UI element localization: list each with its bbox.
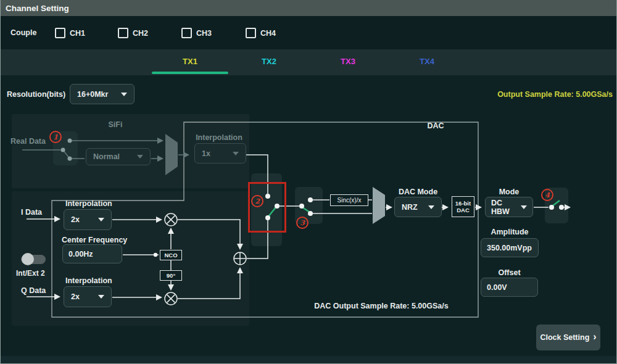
annotation-1-badge: 1 bbox=[49, 131, 62, 143]
sifi-mode-dropdown[interactable]: Normal bbox=[86, 148, 151, 165]
offset-field[interactable]: 0.00V bbox=[481, 278, 538, 297]
sinc-box: Sinc(x)/x bbox=[330, 194, 368, 206]
amplitude-value: 350.00mVpp bbox=[487, 244, 532, 252]
phase-90-box: 90° bbox=[160, 270, 182, 281]
chevron-down-icon bbox=[98, 218, 104, 221]
dac-mode-dropdown[interactable]: NRZ bbox=[394, 197, 442, 217]
q-interp-value: 2x bbox=[71, 292, 80, 301]
clock-setting-button[interactable]: Clock Setting › bbox=[536, 325, 600, 350]
chevron-down-icon bbox=[98, 295, 104, 299]
chevron-down-icon bbox=[428, 205, 434, 209]
center-frequency-value: 0.00Hz bbox=[68, 250, 93, 259]
annotation-2-badge: 2 bbox=[251, 195, 263, 207]
signal-path-diagram bbox=[1, 0, 617, 364]
sifi-mode-value: Normal bbox=[93, 152, 120, 161]
q-interp-dropdown[interactable]: 2x bbox=[64, 286, 112, 307]
switch3[interactable] bbox=[299, 197, 313, 216]
chevron-down-icon bbox=[121, 93, 127, 96]
chevron-down-icon bbox=[233, 152, 239, 155]
nco-junction-dot bbox=[154, 253, 157, 257]
sifi-switch-dots[interactable] bbox=[61, 139, 72, 161]
i-interp-dropdown[interactable]: 2x bbox=[64, 209, 112, 230]
interp-top-value: 1x bbox=[202, 149, 210, 158]
resolution-value: 16+0Mkr bbox=[77, 90, 108, 99]
center-frequency-field[interactable]: 0.00Hz bbox=[62, 244, 122, 263]
i-interp-value: 2x bbox=[71, 215, 80, 224]
output-mode-dropdown[interactable]: DC HBW bbox=[485, 197, 533, 217]
chevron-right-icon: › bbox=[593, 332, 596, 342]
switch4[interactable] bbox=[549, 201, 564, 210]
int-ext-toggle-knob[interactable] bbox=[22, 253, 34, 265]
annotation-4-badge: 4 bbox=[541, 189, 553, 201]
amplitude-field[interactable]: 350.00mVpp bbox=[481, 238, 539, 257]
dac-16bit-line1: 16-bit bbox=[455, 200, 471, 207]
dac-mode-value: NRZ bbox=[402, 203, 418, 212]
interp-top-dropdown[interactable]: 1x bbox=[194, 143, 246, 163]
switch2[interactable] bbox=[265, 194, 280, 220]
chevron-down-icon bbox=[137, 155, 143, 159]
dac-16bit-box: 16-bit DAC bbox=[452, 196, 474, 217]
offset-value: 0.00V bbox=[487, 283, 507, 292]
output-mode-value: DC HBW bbox=[491, 199, 521, 216]
clock-setting-label: Clock Setting bbox=[540, 333, 589, 342]
resolution-dropdown[interactable]: 16+0Mkr bbox=[70, 84, 135, 104]
channel-setting-window: Channel Setting Couple CH1 CH2 CH3 CH4 T… bbox=[0, 0, 617, 364]
dac-16bit-line2: DAC bbox=[457, 207, 470, 213]
main-mux bbox=[373, 187, 385, 224]
chevron-down-icon bbox=[521, 205, 527, 209]
annotation-3-badge: 3 bbox=[296, 217, 308, 229]
sifi-mux bbox=[165, 134, 178, 175]
nco-box: NCO bbox=[160, 250, 182, 260]
